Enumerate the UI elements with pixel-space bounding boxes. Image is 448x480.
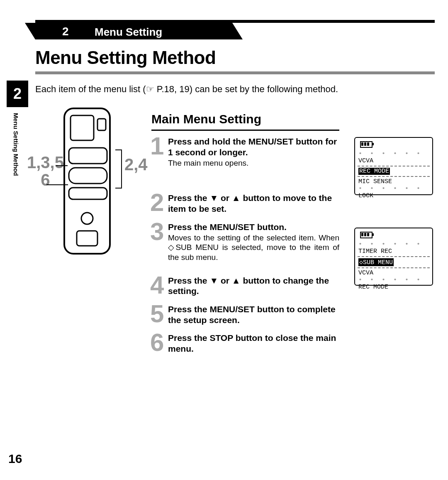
step-number: 1 [150, 134, 164, 159]
step-text: button. [255, 222, 287, 232]
lcd-screen-1: • • • • • • • • • VCVA REC MODE MIC SENS… [354, 137, 433, 195]
svg-rect-7 [77, 231, 97, 246]
device-illustration [58, 106, 116, 256]
steps-list: 1 Press and hold the MENU/SET button for… [151, 136, 339, 361]
step-text: Press the ▼ or ▲ button to change the se… [168, 276, 329, 296]
dot-row: • • • • • • • • • [358, 277, 429, 284]
callout-left: 1,3,5 6 [27, 154, 64, 189]
step-1: 1 Press and hold the MENU/SET button for… [151, 136, 339, 168]
step-4: 4 Press the ▼ or ▲ button to change the … [151, 275, 339, 296]
lcd-divider [358, 166, 430, 167]
menu-set-key: MENU/SET [209, 222, 255, 232]
top-rule [35, 20, 435, 23]
callout-6: 6 [41, 171, 50, 189]
title-rule [35, 71, 435, 74]
step-number: 5 [150, 301, 164, 326]
leader-line [56, 165, 68, 166]
lcd-line: VCVA [358, 157, 373, 164]
step-text: Press and hold the [168, 137, 248, 146]
callout-1-3-5: 1,3,5 [27, 153, 64, 171]
lcd-line: VCVA [358, 269, 373, 277]
chapter-label: Menu Setting [95, 26, 162, 39]
svg-rect-3 [69, 148, 107, 164]
lcd-line: LOCK [358, 192, 373, 199]
step-number: 6 [150, 330, 164, 355]
dot-row: • • • • • • • • • [358, 150, 429, 157]
step-number: 3 [150, 219, 164, 244]
svg-rect-2 [97, 119, 106, 130]
battery-icon [360, 141, 373, 148]
step-2: 2 Press the ▼ or ▲ button to move to the… [151, 193, 339, 214]
lcd-divider [358, 267, 430, 268]
step-desc: Moves to the setting of the selected ite… [168, 233, 339, 262]
step-6: 6 Press the STOP button to close the mai… [151, 333, 339, 354]
step-number: 4 [150, 273, 164, 298]
svg-point-6 [81, 213, 93, 224]
step-text: Press the [168, 333, 209, 343]
dot-row: • • • • • • • • • [358, 241, 429, 248]
step-3: 3 Press the MENU/SET button. Moves to th… [151, 222, 339, 262]
step-text: Press the [168, 304, 209, 314]
lcd-line-selected: REC MODE [358, 168, 390, 175]
step-text: Press the [168, 222, 209, 232]
side-chapter-tab: 2 [7, 81, 28, 107]
menu-set-key: MENU/SET [248, 137, 294, 146]
leader-line [46, 184, 68, 185]
lcd-divider [358, 176, 430, 177]
callout-right: 2,4 [124, 155, 148, 174]
lcd-line: MIC SENSE [358, 178, 392, 185]
subsection-rule [151, 130, 339, 131]
manual-page: 2 Menu Setting Menu Setting Method Each … [0, 0, 448, 480]
step-desc: The main menu opens. [168, 158, 339, 168]
chapter-number: 2 [62, 25, 69, 38]
menu-set-key: MENU/SET [209, 304, 255, 314]
dot-row: • • • • • • • • • [358, 185, 429, 192]
page-title: Menu Setting Method [35, 47, 216, 68]
lcd-divider [358, 256, 430, 257]
lcd-screen-2: • • • • • • • • • TIMER REC ◇SUB MENU VC… [354, 228, 433, 286]
bracket-right [115, 149, 122, 189]
step-text: Press the ▼ or ▲ button to move to the i… [168, 193, 332, 213]
step-5: 5 Press the MENU/SET button to complete … [151, 304, 339, 325]
page-number: 16 [8, 452, 22, 466]
lcd-line: REC MODE [358, 284, 388, 291]
svg-rect-5 [69, 188, 107, 199]
side-caption: Menu Setting Method [12, 113, 19, 176]
step-number: 2 [150, 190, 164, 215]
stop-key: STOP [209, 333, 233, 343]
lcd-line-selected: ◇SUB MENU [358, 258, 394, 266]
svg-rect-1 [71, 115, 94, 140]
intro-text: Each item of the menu list (☞ P.18, 19) … [35, 84, 338, 95]
battery-icon [360, 232, 373, 238]
svg-rect-4 [69, 168, 107, 184]
lcd-line: TIMER REC [358, 248, 392, 255]
subsection-title: Main Menu Setting [151, 112, 261, 126]
